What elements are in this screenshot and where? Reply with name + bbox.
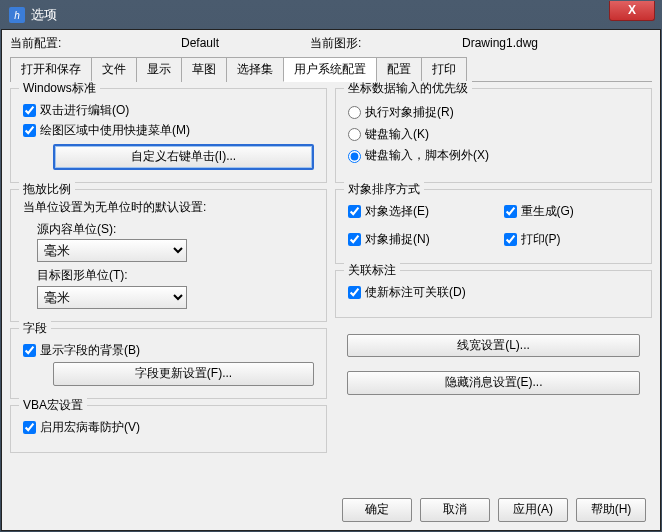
group-field: 字段 显示字段的背景(B) 字段更新设置(F)...: [10, 328, 327, 399]
checkbox-dblclick-edit[interactable]: 双击进行编辑(O): [23, 103, 314, 119]
cancel-button[interactable]: 取消: [420, 498, 490, 522]
source-unit-label: 源内容单位(S):: [37, 222, 314, 238]
tab-open-save[interactable]: 打开和保存: [10, 57, 92, 83]
target-unit-label: 目标图形单位(T):: [37, 268, 314, 284]
app-icon: h: [9, 7, 25, 23]
group-coord-priority: 坐标数据输入的优先级 执行对象捕捉(R) 键盘输入(K) 键盘输入，脚本例外(X…: [335, 88, 652, 183]
checkbox-macro-virus[interactable]: 启用宏病毒防护(V): [23, 420, 314, 436]
radio-keyboard-except[interactable]: 键盘输入，脚本例外(X): [348, 148, 639, 164]
checkbox-input[interactable]: [23, 104, 36, 117]
lineweight-button[interactable]: 线宽设置(L)...: [347, 334, 640, 358]
group-drag-scale: 拖放比例 当单位设置为无单位时的默认设置: 源内容单位(S): 毫米 目标图形单…: [10, 189, 327, 322]
field-update-button[interactable]: 字段更新设置(F)...: [53, 362, 314, 386]
radio-keyboard[interactable]: 键盘输入(K): [348, 127, 639, 143]
titlebar: h 选项 X: [1, 1, 661, 29]
group-title: Windows标准: [19, 81, 100, 97]
tab-draft[interactable]: 草图: [181, 57, 227, 83]
checkbox-input[interactable]: [348, 205, 361, 218]
group-title: 拖放比例: [19, 182, 75, 198]
close-icon: X: [628, 3, 636, 19]
checkbox-input[interactable]: [504, 205, 517, 218]
checkbox-obj-snap[interactable]: 对象捕捉(N): [348, 232, 484, 248]
custom-rightclick-button[interactable]: 自定义右键单击(I)...: [53, 144, 314, 170]
group-obj-sort: 对象排序方式 对象选择(E) 重生成(G) 对象捕捉(N) 打印(P): [335, 189, 652, 264]
dragscale-desc: 当单位设置为无单位时的默认设置:: [23, 200, 314, 216]
group-title: 字段: [19, 321, 51, 337]
group-title: VBA宏设置: [19, 398, 87, 414]
source-unit-select[interactable]: 毫米: [37, 239, 187, 262]
checkbox-obj-select[interactable]: 对象选择(E): [348, 204, 484, 220]
checkbox-assoc-dim[interactable]: 使新标注可关联(D): [348, 285, 639, 301]
apply-button[interactable]: 应用(A): [498, 498, 568, 522]
hide-msg-button[interactable]: 隐藏消息设置(E)...: [347, 371, 640, 395]
checkbox-context-menu[interactable]: 绘图区域中使用快捷菜单(M): [23, 123, 314, 139]
target-unit-select[interactable]: 毫米: [37, 286, 187, 309]
group-title: 对象排序方式: [344, 182, 424, 198]
tab-display[interactable]: 显示: [136, 57, 182, 83]
window-title: 选项: [31, 7, 57, 24]
checkbox-field-bg[interactable]: 显示字段的背景(B): [23, 343, 314, 359]
current-drawing-label: 当前图形:: [310, 36, 390, 52]
checkbox-input[interactable]: [348, 233, 361, 246]
current-config-label: 当前配置:: [10, 36, 90, 52]
current-config-value: Default: [90, 36, 310, 52]
ok-button[interactable]: 确定: [342, 498, 412, 522]
radio-input[interactable]: [348, 128, 361, 141]
checkbox-input[interactable]: [23, 344, 36, 357]
group-title: 坐标数据输入的优先级: [344, 81, 472, 97]
radio-input[interactable]: [348, 106, 361, 119]
tab-config[interactable]: 配置: [376, 57, 422, 83]
checkbox-input[interactable]: [23, 421, 36, 434]
radio-input[interactable]: [348, 150, 361, 163]
group-assoc-dim: 关联标注 使新标注可关联(D): [335, 270, 652, 318]
checkbox-print[interactable]: 打印(P): [504, 232, 640, 248]
tab-print[interactable]: 打印: [421, 57, 467, 83]
checkbox-input[interactable]: [348, 286, 361, 299]
tab-file[interactable]: 文件: [91, 57, 137, 83]
group-windows-standard: Windows标准 双击进行编辑(O) 绘图区域中使用快捷菜单(M) 自定义右键…: [10, 88, 327, 183]
checkbox-input[interactable]: [23, 124, 36, 137]
checkbox-regen[interactable]: 重生成(G): [504, 204, 640, 220]
group-vba: VBA宏设置 启用宏病毒防护(V): [10, 405, 327, 453]
tab-strip: 打开和保存 文件 显示 草图 选择集 用户系统配置 配置 打印: [10, 56, 652, 83]
close-button[interactable]: X: [609, 1, 655, 21]
tab-selection[interactable]: 选择集: [226, 57, 284, 83]
radio-exec-osnap[interactable]: 执行对象捕捉(R): [348, 105, 639, 121]
current-drawing-value: Drawing1.dwg: [390, 36, 610, 52]
checkbox-input[interactable]: [504, 233, 517, 246]
help-button[interactable]: 帮助(H): [576, 498, 646, 522]
tab-user-prefs[interactable]: 用户系统配置: [283, 57, 377, 83]
group-title: 关联标注: [344, 263, 400, 279]
